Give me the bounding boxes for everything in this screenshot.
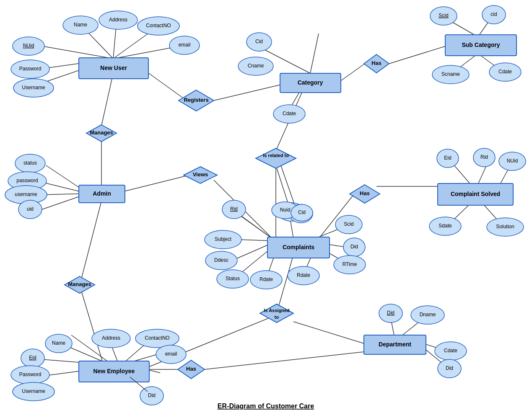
svg-text:email: email [179, 42, 191, 48]
svg-text:Address: Address [109, 17, 127, 23]
views-label: Views [193, 171, 208, 178]
complaint-solved-label: Complaint Solved [451, 191, 500, 197]
svg-text:Status: Status [226, 276, 240, 281]
is-assigned-to-label: Is Assigned [264, 308, 289, 313]
svg-text:Rid: Rid [230, 206, 238, 212]
department-label: Department [379, 341, 411, 348]
category-label: Category [298, 79, 323, 86]
manages-bottom-label: Manages [68, 281, 91, 287]
svg-text:Name: Name [52, 340, 65, 346]
svg-text:Scname: Scname [441, 71, 460, 77]
complaints-label: Complaints [283, 244, 314, 250]
svg-text:Address: Address [102, 335, 120, 341]
svg-text:Rid: Rid [480, 154, 488, 160]
svg-text:Scid: Scid [344, 221, 353, 227]
svg-line-56 [205, 352, 364, 369]
svg-text:ContactNO: ContactNO [146, 23, 171, 28]
svg-text:email: email [165, 351, 177, 357]
svg-line-14 [389, 45, 449, 64]
svg-text:Did: Did [350, 244, 358, 250]
is-assigned-to-label2: to [275, 315, 279, 320]
has-category-label: Has [371, 60, 381, 66]
svg-text:ContactNO: ContactNO [145, 335, 169, 341]
manages-top-label: Manages [90, 129, 113, 136]
svg-text:Eid: Eid [29, 355, 36, 361]
diagram-title: ER-Diagram of Customer Care [218, 403, 314, 410]
svg-text:cid: cid [490, 11, 497, 17]
has-complaint-label: Has [360, 190, 370, 196]
svg-text:Subject: Subject [215, 236, 232, 242]
svg-text:status: status [23, 160, 37, 166]
svg-text:uid: uid [27, 206, 34, 212]
svg-text:Password: Password [19, 66, 42, 72]
svg-text:Rdate: Rdate [260, 276, 273, 282]
svg-line-12 [310, 34, 319, 73]
svg-text:username: username [15, 191, 37, 197]
sub-category-label: Sub Category [462, 41, 500, 48]
svg-text:Dname: Dname [420, 312, 436, 317]
svg-text:Scid: Scid [439, 13, 448, 18]
svg-line-45 [82, 201, 101, 277]
svg-text:Did: Did [148, 392, 156, 398]
is-related-to-diamond [256, 148, 296, 168]
new-user-label: New User [100, 65, 127, 71]
svg-line-8 [101, 73, 113, 126]
svg-line-46 [82, 292, 103, 362]
new-employee-label: New Employee [93, 368, 135, 374]
svg-text:Sdate: Sdate [439, 223, 452, 229]
svg-text:Did: Did [387, 310, 394, 316]
svg-text:Did: Did [446, 365, 453, 371]
is-related-to-label: is related to [263, 153, 289, 158]
svg-text:NUid: NUid [23, 43, 34, 49]
registers-label: Registers [184, 97, 208, 103]
svg-line-24 [115, 175, 189, 194]
svg-text:Rdate: Rdate [297, 272, 310, 278]
svg-text:Password: Password [19, 372, 42, 377]
svg-text:Eid: Eid [444, 155, 451, 161]
svg-text:password: password [16, 178, 38, 183]
svg-text:Cdate: Cdate [283, 111, 296, 116]
svg-text:Name: Name [74, 22, 87, 28]
svg-text:Cid: Cid [255, 39, 263, 44]
svg-line-66 [237, 213, 272, 239]
svg-text:RTime: RTime [343, 261, 357, 267]
svg-line-13 [340, 64, 365, 82]
svg-text:Cdate: Cdate [498, 69, 512, 75]
svg-text:Ddesc: Ddesc [214, 257, 228, 263]
svg-text:NUid: NUid [507, 158, 518, 164]
admin-label: Admin [93, 190, 111, 197]
svg-text:Username: Username [22, 388, 45, 394]
svg-text:Cid: Cid [298, 209, 306, 215]
svg-text:Nuid: Nuid [280, 207, 291, 213]
svg-text:Solution: Solution [496, 224, 514, 230]
has-employee-label: Has [186, 366, 196, 372]
svg-line-30 [234, 243, 272, 260]
svg-text:Cname: Cname [248, 63, 264, 69]
svg-line-58 [293, 322, 364, 343]
svg-text:Username: Username [22, 85, 45, 90]
svg-text:Cdate: Cdate [444, 348, 457, 353]
